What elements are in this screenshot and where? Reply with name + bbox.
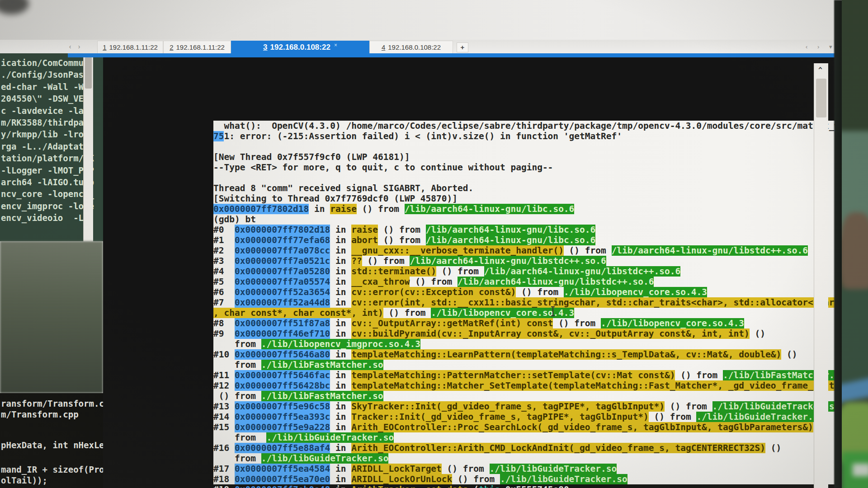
terminal-scrollbar[interactable]: ^ [814, 63, 828, 488]
terminal-text-segment: ARIDLL_LockOrUnLock [351, 474, 452, 484]
terminal-text-segment: from [213, 360, 261, 370]
terminal-text-segment: #16 [213, 443, 235, 453]
terminal-text-segment: #5 [213, 277, 235, 287]
terminal-text-segment: () from [442, 464, 490, 474]
terminal-text-segment: 0x0000007ff7a0521c [235, 256, 330, 266]
terminal-text-segment: cv::error(cv::Exception const&) [351, 287, 516, 297]
terminal-line: () from ./lib/libFastMatcher.so [213, 391, 868, 401]
terminal-text-segment: in [330, 318, 351, 328]
terminal-line: #6 0x0000007ff52a3654 in cv::error(cv::E… [213, 287, 868, 297]
terminal-text-segment: Arith_EOController::Arith_CMD_LockAndIni… [351, 443, 765, 453]
terminal-line: #9 0x0000007ff46ef710 in cv::buildPyrami… [213, 328, 868, 339]
terminal-line: #5 0x0000007ff7a05574 in __cxa_throw () … [213, 277, 868, 287]
terminal-text-segment: 0x0000007ff46ef710 [235, 328, 330, 339]
terminal-text-segment: ArithTracker::set_data [351, 484, 468, 488]
background-terminal-code: ransform/Transform.cppm/Transform.cpppHe… [0, 393, 103, 488]
tab-close-icon[interactable]: × [334, 42, 337, 48]
tabs-scroll-left-icon[interactable]: ‹ [66, 42, 74, 51]
terminal-text-segment: in [330, 328, 351, 339]
terminal-text-segment: ?? [351, 256, 362, 266]
tab-number: 3 [263, 43, 267, 52]
terminal-line: #8 0x0000007ff51f87a8 in cv::_OutputArra… [213, 318, 868, 328]
code-line: ransform/Transform.cpp [1, 399, 103, 408]
terminal-text-segment: () from [436, 266, 484, 277]
build-log-line: ed-char -Wall -W [1, 82, 94, 94]
build-log-line: encv_imgproc -lope [1, 201, 94, 213]
terminal-text-segment: ./lib/libGuideTracker.so [266, 432, 394, 443]
terminal-text-segment: #14 [213, 412, 235, 422]
terminal-text-segment: 0x0000007ff7802d18 [235, 225, 330, 235]
terminal-text-segment: () [781, 349, 797, 360]
terminal-text-segment: 0x0000007ff52a3654 [235, 287, 330, 297]
build-log-line: 204550\" -DSW_VER [1, 94, 94, 105]
terminal-text-segment: #4 [213, 266, 235, 277]
scroll-up-arrow-icon[interactable]: ^ [818, 66, 822, 74]
terminal-text-segment: () [750, 328, 765, 339]
terminal-text-segment: ./lib/libGuideTracker.so [500, 474, 627, 484]
session-tab-4[interactable]: 4192.168.0.108:22 [369, 41, 453, 53]
terminal-text-segment: () from [383, 308, 431, 318]
terminal-text-segment: #19 [213, 484, 235, 488]
terminal-text-segment: in [330, 266, 351, 277]
code-line: mand_IR + sizeof(Protoc [1, 465, 103, 474]
gdb-console-output: #19 0x0000007ff7eb0e48 in ArithTracker::… [213, 484, 868, 488]
build-log-line: c -lavdevice -lav [1, 106, 94, 117]
terminal-line: [New Thread 0x7f557f9cf0 (LWP 46181)] [213, 152, 868, 162]
terminal-text-segment: cv::error(int, std::__cxx11::basic_strin… [351, 297, 868, 308]
build-log-line: encv_videoio -L.. [1, 213, 94, 225]
build-log-line: y/rkmpp/lib -lroc [1, 129, 94, 141]
terminal-text-segment: 0x0000007ff77efa68 [235, 235, 330, 245]
active-tab-accent-strip [68, 53, 836, 57]
background-blur [842, 212, 868, 298]
terminal-text-segment: #15 [213, 422, 235, 432]
terminal-line: 751: error: (-215:Assertion failed) i < … [213, 131, 868, 141]
terminal-text-segment: in [330, 287, 351, 297]
terminal-text-segment: /lib/aarch64-linux-gnu/libstdc++.so.6 [484, 266, 680, 277]
terminal-text-segment: #11 [213, 370, 235, 380]
terminal-text-segment: --Type <RET> for more, q to quit, c to c… [213, 162, 553, 173]
terminal-line: #4 0x0000007ff7a05280 in std::terminate(… [213, 266, 868, 277]
terminal-line: what(): OpenCV(4.3.0) /home/marco/Codes/… [213, 121, 868, 131]
scrollbar-thumb[interactable] [816, 79, 826, 117]
terminal-line: , char const*, char const*, int) () from… [213, 308, 868, 318]
terminal-text-segment: in [330, 235, 351, 245]
terminal-text-segment: /lib/aarch64-linux-gnu/libstdc++.so.6 [612, 245, 808, 256]
terminal-text-segment: Arith_EOController::Proc_SearchLock(_gd_… [351, 422, 813, 432]
scrollbar-thumb[interactable] [85, 57, 92, 89]
tab-bar-overflow-icons[interactable]: ‹ › ▾ [806, 43, 836, 50]
terminal-text-segment: (gdb) bt [213, 214, 256, 225]
terminal-text-segment: () from [357, 204, 405, 214]
session-tab-1[interactable]: 1192.168.1.11:22 [97, 41, 163, 53]
gdb-terminal-window: what(): OpenCV(4.3.0) /home/marco/Codes/… [103, 57, 841, 488]
new-tab-button[interactable]: + [457, 42, 468, 52]
terminal-line: #14 0x0000007ff5ea393c in Tracker::Init(… [213, 412, 868, 422]
build-log-scrollbar[interactable]: ^ [83, 43, 93, 241]
terminal-line: #18 0x0000007ff5ea70e0 in ARIDLL_LockOrU… [213, 474, 868, 484]
photo-background [842, 0, 868, 488]
terminal-text-segment: () [765, 443, 781, 453]
desktop-top-strip [0, 0, 845, 40]
terminal-text-segment: #1 [213, 235, 235, 245]
tabs-scroll-right-icon[interactable]: › [75, 42, 83, 51]
terminal-text-segment: __cxa_throw [351, 277, 410, 287]
session-tab-3[interactable]: 3192.168.0.108:22× [231, 41, 369, 53]
terminal-text-segment: in [330, 370, 351, 380]
terminal-line: #19 0x0000007ff7eb0e48 in ArithTracker::… [213, 484, 868, 488]
terminal-line: #3 0x0000007ff7a0521c in ?? () from /lib… [213, 256, 868, 266]
terminal-text-segment: 0x0000007ff5646fac [235, 370, 330, 380]
terminal-text-segment: [Switching to Thread 0x7f7769dcf0 (LWP 4… [213, 193, 458, 204]
terminal-text-segment: /lib/aarch64-linux-gnu/libstdc++.so.6 [410, 256, 606, 266]
terminal-text-segment: #9 [213, 328, 235, 339]
terminal-text-segment: /lib/aarch64-linux-gnu/libc.so.6 [405, 204, 575, 214]
terminal-text-segment: #0 [213, 225, 235, 235]
terminal-text-segment: /lib/aarch64-linux-gnu/libstdc++.so.6 [458, 277, 654, 287]
terminal-text-segment: in [330, 412, 351, 422]
terminal-line: #2 0x0000007ff7a078cc in __gnu_cxx::__ve… [213, 245, 868, 256]
terminal-text-segment: () from [378, 235, 426, 245]
session-tab-2[interactable]: 2192.168.1.11:22 [163, 41, 231, 53]
text-cursor-ibeam [552, 306, 553, 316]
build-log-lines: ication/ComCommu./Config/JsonPased-char … [1, 58, 94, 225]
terminal-text-segment: #12 [213, 380, 235, 391]
terminal-text-segment: this [479, 484, 500, 488]
tab-address-label: 192.168.0.108:22 [270, 43, 330, 52]
